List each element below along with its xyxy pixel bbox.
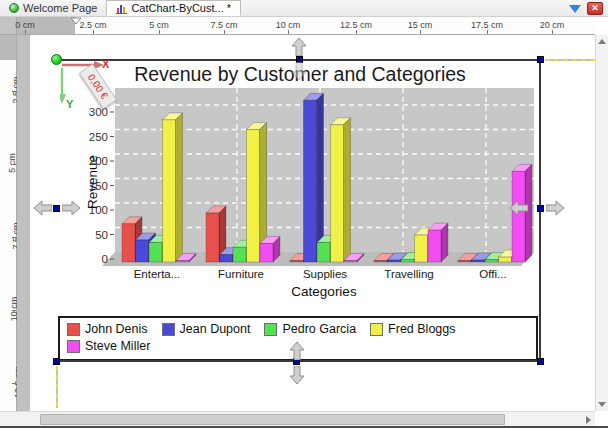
horizontal-scroll-thumb[interactable] — [40, 414, 505, 425]
resize-arrow-left-icon — [510, 201, 528, 215]
resize-arrow-down-icon — [292, 62, 306, 80]
legend-swatch — [162, 323, 175, 336]
horizontal-scrollbar[interactable] — [0, 411, 595, 426]
legend-swatch — [264, 323, 277, 336]
ruler-label: 5 cm — [7, 153, 17, 173]
svg-text:Offi...: Offi... — [479, 268, 506, 280]
ruler-label: 10 cm — [276, 20, 301, 30]
handle-top-right[interactable] — [537, 56, 544, 63]
vertical-ruler: 2.5 cm5 cm7.5 cm10 cm12.5 cm — [0, 35, 17, 411]
ruler-label: 12.5 cm — [340, 20, 372, 30]
svg-text:0: 0 — [102, 253, 108, 265]
legend-swatch — [67, 323, 80, 336]
welcome-page-icon — [9, 3, 19, 13]
svg-text:Furniture: Furniture — [218, 268, 264, 280]
close-tab-button[interactable]: ✕ — [587, 2, 603, 15]
scroll-down-button[interactable] — [596, 398, 608, 411]
designer-window: Welcome Page CatChart-ByCust... * ✕ 0 cm… — [0, 0, 608, 428]
svg-text:Travelling: Travelling — [384, 268, 433, 280]
tab-welcome-page[interactable]: Welcome Page — [0, 0, 106, 16]
ruler-label: 20 cm — [540, 20, 565, 30]
tab-list-dropdown-icon[interactable] — [569, 5, 581, 13]
tab-catchart[interactable]: CatChart-ByCust... * — [106, 0, 241, 16]
origin-x-label: X — [102, 58, 109, 70]
scroll-right-button[interactable] — [583, 415, 593, 425]
svg-text:50: 50 — [95, 229, 108, 241]
legend-label: Steve Miller — [85, 339, 150, 353]
margin-guide-vertical — [56, 366, 58, 408]
ruler-label: 17.5 cm — [471, 20, 503, 30]
ruler-label: 5 cm — [149, 20, 169, 30]
legend-item: Jean Dupont — [162, 322, 251, 336]
legend-item: Pedro Garcia — [264, 322, 356, 336]
tab-welcome-page-label: Welcome Page — [23, 2, 97, 14]
chart-tab-icon — [116, 3, 127, 14]
svg-text:Supplies: Supplies — [303, 268, 347, 280]
legend-swatch — [370, 323, 383, 336]
resize-arrow-right-icon — [546, 201, 564, 215]
resize-arrow-up-icon — [290, 342, 304, 360]
ruler-label: 0 cm — [15, 20, 35, 30]
handle-bottom-right[interactable] — [537, 358, 544, 365]
margin-guide-horizontal — [545, 59, 595, 61]
legend-item: Steve Miller — [67, 339, 150, 353]
resize-arrow-down-icon — [290, 366, 304, 384]
legend-swatch — [67, 340, 80, 353]
svg-text:Revenue: Revenue — [85, 155, 100, 209]
handle-left-middle[interactable] — [53, 205, 60, 212]
ruler-label: 2.5 cm — [79, 20, 106, 30]
legend-label: Pedro Garcia — [282, 322, 356, 336]
ruler-label: 15 cm — [408, 20, 433, 30]
handle-right-middle[interactable] — [537, 205, 544, 212]
tab-catchart-label: CatChart-ByCust... * — [131, 2, 231, 14]
resize-arrow-right-icon — [62, 201, 80, 215]
legend-item: Fred Bloggs — [370, 322, 455, 336]
legend-label: John Denis — [85, 322, 148, 336]
legend-item: John Denis — [67, 322, 148, 336]
svg-text:Categories: Categories — [291, 284, 357, 299]
resize-arrow-up-icon — [292, 38, 306, 56]
svg-text:250: 250 — [89, 131, 108, 143]
scroll-up-button[interactable] — [596, 35, 608, 48]
ruler-label: 7.5 cm — [210, 20, 237, 30]
ruler-margin-zone-v — [0, 35, 16, 60]
vertical-scrollbar[interactable] — [595, 35, 608, 411]
legend-label: Fred Bloggs — [388, 322, 455, 336]
svg-text:Enterta...: Enterta... — [134, 268, 181, 280]
horizontal-ruler: 0 cm2.5 cm5 cm7.5 cm10 cm12.5 cm15 cm17.… — [17, 17, 595, 35]
canvas-gutter — [17, 35, 30, 411]
handle-bottom-left[interactable] — [53, 358, 60, 365]
origin-y-label: Y — [66, 98, 73, 110]
legend-label: Jean Dupont — [180, 322, 251, 336]
resize-arrow-left-icon — [34, 201, 52, 215]
tab-bar: Welcome Page CatChart-ByCust... * ✕ — [0, 0, 608, 17]
